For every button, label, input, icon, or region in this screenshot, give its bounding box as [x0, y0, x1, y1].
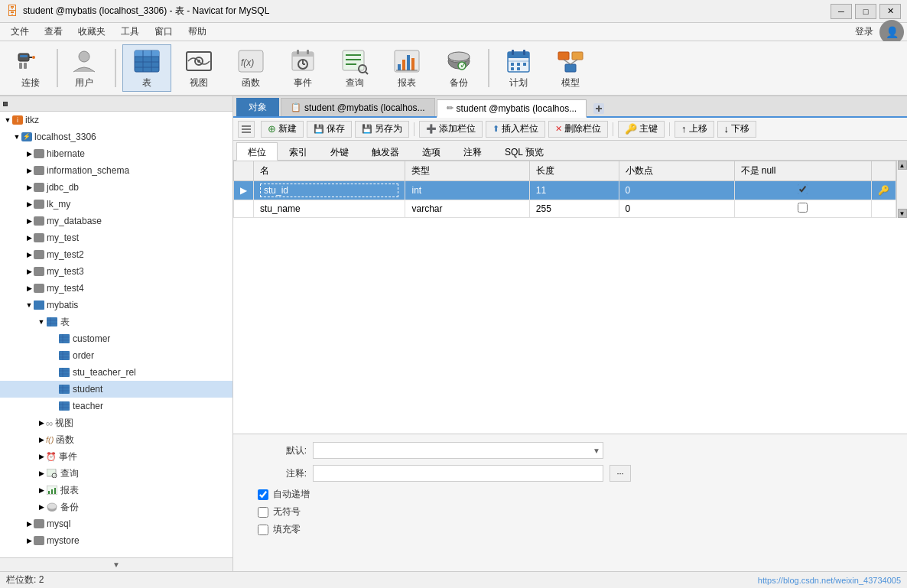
notnull-checkbox-stu-id[interactable]: [798, 184, 808, 194]
menu-file[interactable]: 文件: [3, 24, 37, 40]
minimize-button[interactable]: ─: [831, 4, 852, 19]
tab-add-button[interactable]: [591, 101, 606, 116]
tab-student-design[interactable]: ✏ student @mybatis (localhos...: [437, 99, 587, 118]
table-row[interactable]: ▶ stu_id int 11 0: [234, 181, 896, 200]
field-decimal-stu-id[interactable]: 0: [619, 181, 734, 200]
tab-fkeys[interactable]: 外键: [319, 142, 360, 160]
sidebar-item-mysql[interactable]: ▶ mysql: [0, 515, 232, 532]
schedule-toolbar-button[interactable]: 计划: [494, 44, 543, 92]
sidebar-item-my-test3[interactable]: ▶ my_test3: [0, 263, 232, 280]
table-toolbar-button[interactable]: 表: [122, 44, 171, 92]
sidebar-item-mybatis-funcs[interactable]: ▶ f() 函数: [0, 431, 232, 448]
table-scrollbar[interactable]: ▲ ▼: [896, 161, 907, 218]
default-select[interactable]: [313, 442, 603, 459]
field-type-stu-name[interactable]: varchar: [405, 200, 529, 218]
tab-comments[interactable]: 注释: [452, 142, 493, 160]
backup-toolbar-button[interactable]: ✓ 备份: [434, 44, 483, 92]
event-toolbar-button[interactable]: 事件: [278, 44, 327, 92]
default-select-wrap: ▼: [313, 442, 603, 459]
table-row[interactable]: stu_name varchar 255 0: [234, 200, 896, 218]
field-length-stu-id[interactable]: 11: [529, 181, 619, 200]
query-big-icon: [341, 47, 369, 75]
sidebar-item-jdbc-db[interactable]: ▶ jdbc_db: [0, 179, 232, 196]
query-toolbar-button[interactable]: 查询: [330, 44, 379, 92]
menu-favorites[interactable]: 收藏夹: [70, 24, 113, 40]
new-field-button[interactable]: ⊕ 新建: [261, 121, 304, 138]
up-button[interactable]: ↑ 上移: [675, 121, 714, 138]
insert-col-button[interactable]: ⬆ 插入栏位: [486, 121, 545, 138]
sidebar-item-my-test[interactable]: ▶ my_test: [0, 229, 232, 246]
close-button[interactable]: ✕: [879, 4, 901, 19]
tab-object[interactable]: 对象: [236, 98, 279, 116]
sidebar-item-my-test4[interactable]: ▶ my_test4: [0, 280, 232, 297]
up-icon: ↑: [681, 123, 687, 135]
menu-view[interactable]: 查看: [37, 24, 70, 40]
comment-browse-button[interactable]: ···: [610, 465, 631, 482]
tab-student-table-label: student @mybatis (localhos...: [304, 102, 425, 113]
sidebar-item-mybatis-views[interactable]: ▶ ∞ 视图: [0, 414, 232, 431]
field-notnull-stu-id[interactable]: [734, 181, 871, 200]
field-name-stu-id[interactable]: stu_id: [254, 181, 405, 200]
field-notnull-stu-name[interactable]: [734, 200, 871, 218]
tab-options[interactable]: 选项: [411, 142, 452, 160]
tab-indexes[interactable]: 索引: [278, 142, 319, 160]
sidebar-item-mybatis-events[interactable]: ▶ ⏰ 事件: [0, 448, 232, 465]
sidebar-item-student[interactable]: student: [0, 381, 232, 398]
menu-button[interactable]: [238, 121, 255, 138]
delete-col-button[interactable]: ✕ 删除栏位: [548, 121, 608, 138]
saveas-button[interactable]: 💾 另存为: [355, 121, 409, 138]
primary-key-button[interactable]: 🔑 主键: [618, 121, 665, 138]
tab-student-table[interactable]: 📋 student @mybatis (localhos...: [281, 98, 435, 116]
menu-window[interactable]: 窗口: [147, 24, 180, 40]
tab-fields[interactable]: 栏位: [236, 142, 278, 161]
field-type-stu-id[interactable]: int: [405, 181, 529, 200]
sidebar-item-mybatis[interactable]: ▼ mybatis: [0, 297, 232, 313]
tab-sql-preview[interactable]: SQL 预览: [493, 142, 555, 160]
field-length-stu-name[interactable]: 255: [529, 200, 619, 218]
save-button[interactable]: 💾 保存: [307, 121, 352, 138]
maximize-button[interactable]: □: [855, 4, 876, 19]
connect-button[interactable]: 连接: [6, 44, 55, 92]
tab-triggers[interactable]: 触发器: [360, 142, 411, 160]
expand-views-icon: ▶: [37, 419, 46, 427]
user-button[interactable]: 用户: [60, 44, 109, 92]
view-label: 视图: [190, 76, 208, 89]
func-toolbar-button[interactable]: f(x) 函数: [226, 44, 275, 92]
sidebar-item-stu-teacher-rel[interactable]: stu_teacher_rel: [0, 364, 232, 381]
sidebar-item-mybatis-queries[interactable]: ▶ 查询: [0, 465, 232, 482]
menu-help[interactable]: 帮助: [180, 24, 214, 40]
scroll-up-arrow[interactable]: ▲: [898, 161, 907, 170]
expand-tables-icon: ▼: [37, 318, 46, 326]
sidebar-item-lk-my[interactable]: ▶ lk_my: [0, 196, 232, 213]
sidebar-item-customer[interactable]: customer: [0, 330, 232, 347]
sidebar-item-itkz[interactable]: ▼ i itkz: [0, 112, 232, 128]
sidebar-item-my-database[interactable]: ▶ my_database: [0, 213, 232, 229]
sidebar-item-mybatis-tables[interactable]: ▼ 表: [0, 313, 232, 330]
sidebar-item-hibernate[interactable]: ▶ hibernate: [0, 145, 232, 162]
scroll-down-arrow[interactable]: ▼: [898, 209, 907, 218]
menu-tools[interactable]: 工具: [113, 24, 147, 40]
sidebar-item-localhost[interactable]: ▼ ⚡ localhost_3306: [0, 128, 232, 145]
field-decimal-stu-name[interactable]: 0: [619, 200, 734, 218]
sidebar-item-mystore[interactable]: ▶ mystore: [0, 532, 232, 549]
sidebar-item-teacher[interactable]: teacher: [0, 398, 232, 414]
model-toolbar-button[interactable]: 模型: [546, 44, 595, 92]
sidebar-item-information-schema[interactable]: ▶ information_schema: [0, 162, 232, 179]
unsigned-checkbox[interactable]: [258, 507, 268, 518]
sidebar-scroll-down[interactable]: ▼: [0, 557, 232, 571]
expand-localhost-icon: ▼: [12, 133, 21, 141]
sidebar-item-my-test2[interactable]: ▶ my_test2: [0, 246, 232, 263]
zerofill-checkbox[interactable]: [258, 525, 268, 535]
report-toolbar-button[interactable]: 报表: [382, 44, 431, 92]
sidebar-item-mybatis-backups[interactable]: ▶ 备份: [0, 499, 232, 515]
sidebar-item-order[interactable]: order: [0, 347, 232, 364]
view-toolbar-button[interactable]: 视图: [174, 44, 223, 92]
login-button[interactable]: 登录: [855, 25, 873, 38]
sidebar-item-mybatis-reports[interactable]: ▶ 报表: [0, 482, 232, 499]
field-name-stu-name[interactable]: stu_name: [254, 200, 405, 218]
notnull-checkbox-stu-name[interactable]: [798, 203, 808, 213]
auto-increment-checkbox[interactable]: [258, 489, 268, 500]
down-button[interactable]: ↓ 下移: [717, 121, 757, 138]
add-col-button[interactable]: ➕ 添加栏位: [419, 121, 483, 138]
comment-input[interactable]: [313, 465, 603, 482]
